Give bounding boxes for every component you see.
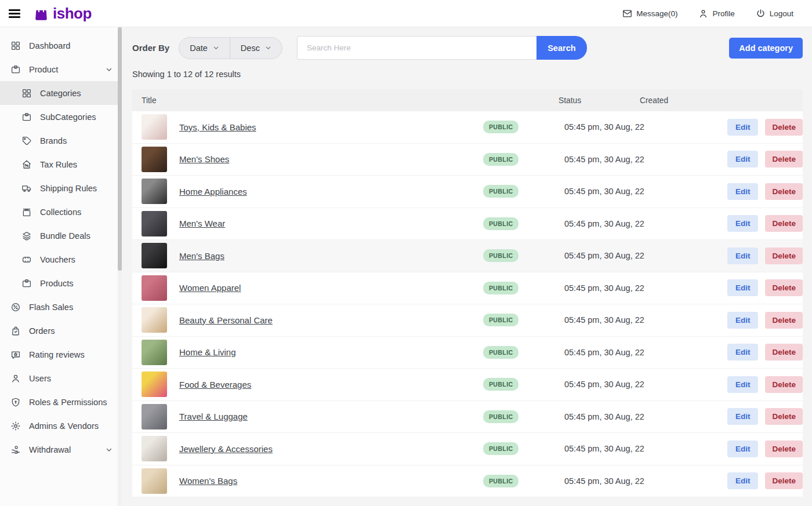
delete-button[interactable]: Delete — [765, 279, 803, 296]
sidebar-item-bundle-deals[interactable]: Bundle Deals — [0, 224, 122, 247]
sidebar-item-label: Users — [29, 374, 51, 383]
table-row: Travel & LuggagePUBLIC05:45 pm, 30 Aug, … — [132, 401, 803, 434]
sidebar-item-label: SubCategories — [40, 112, 96, 122]
edit-button[interactable]: Edit — [727, 441, 759, 457]
category-title-link[interactable]: Food & Beverages — [179, 380, 251, 389]
grid-icon — [10, 41, 21, 51]
delete-button[interactable]: Delete — [765, 344, 803, 361]
edit-button[interactable]: Edit — [727, 183, 759, 200]
cell-title: Men's Wear — [132, 211, 483, 236]
chevron-down-icon — [106, 66, 113, 73]
edit-button[interactable]: Edit — [727, 408, 759, 425]
status-badge: PUBLIC — [483, 475, 519, 487]
category-thumbnail — [142, 404, 167, 429]
topnav-profile[interactable]: Profile — [698, 9, 734, 19]
sidebar-item-roles-permissions[interactable]: Roles & Permissions — [0, 390, 122, 414]
home-percent-icon — [21, 159, 32, 170]
edit-button[interactable]: Edit — [727, 119, 759, 136]
search-input[interactable] — [297, 36, 536, 60]
sidebar-item-brands[interactable]: Brands — [0, 129, 122, 152]
category-title-link[interactable]: Women Apparel — [179, 283, 241, 293]
topnav-message-0[interactable]: Message(0) — [622, 9, 677, 19]
bag-check-icon — [10, 326, 21, 336]
add-category-button[interactable]: Add category — [729, 38, 803, 59]
search-button[interactable]: Search — [536, 36, 587, 60]
category-title-link[interactable]: Men's Shoes — [179, 154, 229, 164]
category-thumbnail — [142, 275, 167, 301]
delete-button[interactable]: Delete — [765, 472, 803, 489]
sidebar-item-label: Product — [29, 65, 58, 74]
sidebar-item-vouchers[interactable]: Vouchers — [0, 247, 122, 271]
table-row: Women's BagsPUBLIC05:45 pm, 30 Aug, 22Ed… — [132, 465, 803, 498]
category-title-link[interactable]: Jewellery & Accessories — [179, 444, 273, 454]
shopping-bag-icon — [33, 5, 49, 21]
status-badge: PUBLIC — [483, 217, 519, 230]
delete-button[interactable]: Delete — [765, 441, 803, 457]
sidebar-item-categories[interactable]: Categories — [0, 81, 122, 105]
cell-actions: EditDelete — [727, 408, 803, 425]
sidebar-item-products[interactable]: Products — [0, 271, 122, 295]
category-title-link[interactable]: Travel & Luggage — [179, 412, 248, 421]
sidebar-item-shipping-rules[interactable]: Shipping Rules — [0, 176, 122, 200]
edit-button[interactable]: Edit — [727, 215, 759, 232]
delete-button[interactable]: Delete — [765, 376, 803, 393]
edit-button[interactable]: Edit — [727, 151, 759, 168]
cell-created: 05:45 pm, 30 Aug, 22 — [564, 219, 727, 228]
topnav-logout[interactable]: Logout — [756, 9, 793, 19]
category-title-link[interactable]: Toys, Kids & Babies — [179, 122, 256, 132]
edit-button[interactable]: Edit — [727, 247, 759, 264]
sidebar-item-dashboard[interactable]: Dashboard — [0, 34, 122, 57]
delete-button[interactable]: Delete — [765, 312, 803, 329]
search-bar: Search — [297, 36, 587, 60]
category-thumbnail — [142, 211, 167, 236]
sidebar-item-subcategories[interactable]: SubCategories — [0, 105, 122, 129]
sidebar-item-admins-vendors[interactable]: Admins & Vendors — [0, 414, 122, 438]
sidebar-scrollbar-thumb[interactable] — [118, 27, 122, 271]
edit-button[interactable]: Edit — [727, 472, 759, 489]
sidebar-item-flash-sales[interactable]: Flash Sales — [0, 295, 122, 319]
delete-button[interactable]: Delete — [765, 247, 803, 264]
category-title-link[interactable]: Men's Bags — [179, 251, 224, 261]
sidebar-item-product[interactable]: Product — [0, 57, 122, 81]
sort-pill-group: Date Desc — [179, 37, 282, 59]
sort-field-dropdown[interactable]: Date — [179, 38, 230, 59]
cell-actions: EditDelete — [727, 472, 803, 489]
cell-title: Women Apparel — [132, 275, 483, 301]
cell-created: 05:45 pm, 30 Aug, 22 — [564, 155, 727, 164]
sidebar-item-rating-reviews[interactable]: Rating reviews — [0, 343, 122, 366]
category-title-link[interactable]: Home & Living — [179, 347, 236, 357]
delete-button[interactable]: Delete — [765, 408, 803, 425]
sidebar-item-users[interactable]: Users — [0, 366, 122, 390]
edit-button[interactable]: Edit — [727, 376, 759, 393]
status-badge: PUBLIC — [483, 185, 519, 198]
delete-button[interactable]: Delete — [765, 183, 803, 200]
top-bar: ishop Message(0)ProfileLogout — [0, 0, 812, 27]
sidebar-item-tax-rules[interactable]: Tax Rules — [0, 152, 122, 176]
delete-button[interactable]: Delete — [765, 151, 803, 168]
sidebar-item-withdrawal[interactable]: Withdrawal — [0, 438, 122, 461]
chevron-down-icon — [106, 446, 113, 453]
delete-button[interactable]: Delete — [765, 215, 803, 232]
edit-button[interactable]: Edit — [727, 312, 759, 329]
sidebar-scrollbar[interactable] — [118, 27, 122, 506]
delete-button[interactable]: Delete — [765, 119, 803, 136]
category-title-link[interactable]: Home Appliances — [179, 187, 247, 196]
menu-hamburger-icon[interactable] — [9, 7, 20, 20]
sort-direction-dropdown[interactable]: Desc — [230, 38, 282, 59]
category-title-link[interactable]: Women's Bags — [179, 476, 237, 486]
sidebar-item-collections[interactable]: Collections — [0, 200, 122, 224]
box-icon — [21, 112, 32, 122]
category-title-link[interactable]: Men's Wear — [179, 219, 225, 228]
box-icon — [21, 278, 32, 289]
edit-button[interactable]: Edit — [727, 344, 759, 361]
cell-title: Home & Living — [132, 340, 483, 365]
cell-actions: EditDelete — [727, 151, 803, 168]
category-title-link[interactable]: Beauty & Personal Care — [179, 315, 273, 325]
cell-title: Food & Beverages — [132, 372, 483, 397]
cell-actions: EditDelete — [727, 344, 803, 361]
sidebar-item-orders[interactable]: Orders — [0, 319, 122, 343]
cell-created: 05:45 pm, 30 Aug, 22 — [564, 380, 727, 389]
cell-title: Jewellery & Accessories — [132, 436, 483, 461]
brand-logo[interactable]: ishop — [33, 5, 92, 21]
edit-button[interactable]: Edit — [727, 279, 759, 296]
